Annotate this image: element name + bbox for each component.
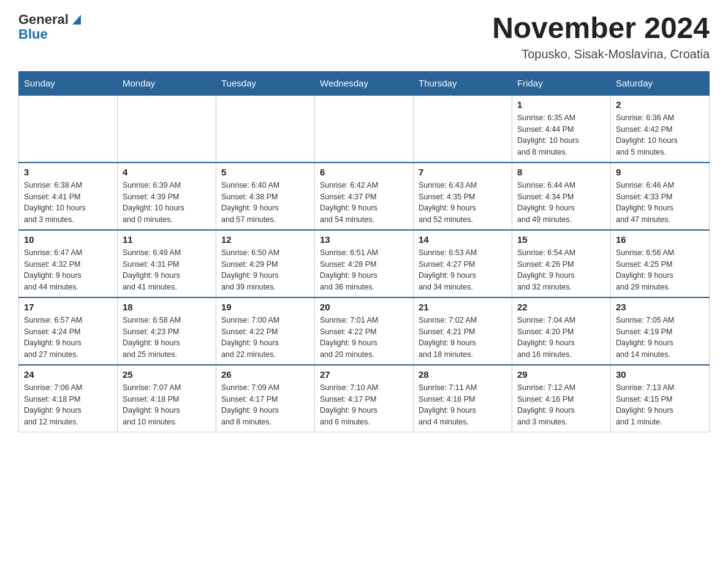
calendar-cell [19,95,118,163]
calendar-cell [216,95,315,163]
day-info: Sunrise: 7:06 AM Sunset: 4:18 PM Dayligh… [24,382,112,428]
day-number: 8 [517,167,605,177]
day-info: Sunrise: 6:35 AM Sunset: 4:44 PM Dayligh… [517,112,605,158]
day-number: 3 [24,167,112,177]
logo-text-blue: Blue [18,27,83,42]
day-number: 6 [320,167,408,177]
day-number: 1 [517,99,605,110]
weekday-header-friday: Friday [512,71,611,95]
day-info: Sunrise: 7:09 AM Sunset: 4:17 PM Dayligh… [221,382,309,428]
day-info: Sunrise: 6:38 AM Sunset: 4:41 PM Dayligh… [24,180,112,226]
week-row-3: 10Sunrise: 6:47 AM Sunset: 4:32 PM Dayli… [19,230,710,297]
day-number: 4 [123,167,211,177]
svg-marker-0 [72,15,81,25]
calendar-cell: 7Sunrise: 6:43 AM Sunset: 4:35 PM Daylig… [414,163,512,230]
calendar-cell [315,95,414,163]
calendar-cell: 30Sunrise: 7:13 AM Sunset: 4:15 PM Dayli… [611,365,710,432]
page-title: November 2024 [492,12,710,45]
weekday-header-thursday: Thursday [414,71,512,95]
day-number: 14 [419,234,507,245]
day-number: 26 [221,369,309,380]
day-number: 10 [24,234,112,245]
calendar-cell: 12Sunrise: 6:50 AM Sunset: 4:29 PM Dayli… [216,230,315,297]
day-number: 27 [320,369,408,380]
day-info: Sunrise: 7:04 AM Sunset: 4:20 PM Dayligh… [517,315,605,361]
day-info: Sunrise: 6:51 AM Sunset: 4:28 PM Dayligh… [320,247,408,293]
calendar-cell: 15Sunrise: 6:54 AM Sunset: 4:26 PM Dayli… [512,230,611,297]
logo: General Blue [18,12,83,42]
title-block: November 2024 Topusko, Sisak-Moslavina, … [492,12,710,61]
day-info: Sunrise: 6:56 AM Sunset: 4:25 PM Dayligh… [616,247,704,293]
day-info: Sunrise: 6:54 AM Sunset: 4:26 PM Dayligh… [517,247,605,293]
day-number: 15 [517,234,605,245]
day-info: Sunrise: 7:13 AM Sunset: 4:15 PM Dayligh… [616,382,704,428]
day-number: 22 [517,302,605,312]
calendar-cell: 6Sunrise: 6:42 AM Sunset: 4:37 PM Daylig… [315,163,414,230]
calendar-cell: 9Sunrise: 6:46 AM Sunset: 4:33 PM Daylig… [611,163,710,230]
day-info: Sunrise: 6:50 AM Sunset: 4:29 PM Dayligh… [221,247,309,293]
day-number: 29 [517,369,605,380]
calendar-cell: 4Sunrise: 6:39 AM Sunset: 4:39 PM Daylig… [118,163,216,230]
day-info: Sunrise: 6:42 AM Sunset: 4:37 PM Dayligh… [320,180,408,226]
day-number: 20 [320,302,408,312]
day-info: Sunrise: 6:58 AM Sunset: 4:23 PM Dayligh… [123,315,211,361]
day-info: Sunrise: 6:40 AM Sunset: 4:38 PM Dayligh… [221,180,309,226]
calendar-cell: 28Sunrise: 7:11 AM Sunset: 4:16 PM Dayli… [414,365,512,432]
weekday-header-wednesday: Wednesday [315,71,414,95]
day-number: 24 [24,369,112,380]
calendar-cell [118,95,216,163]
calendar-cell: 20Sunrise: 7:01 AM Sunset: 4:22 PM Dayli… [315,297,414,365]
calendar-cell: 25Sunrise: 7:07 AM Sunset: 4:18 PM Dayli… [118,365,216,432]
day-number: 11 [123,234,211,245]
page-subtitle: Topusko, Sisak-Moslavina, Croatia [492,47,710,61]
logo-triangle-icon [70,12,83,26]
day-info: Sunrise: 6:53 AM Sunset: 4:27 PM Dayligh… [419,247,507,293]
day-info: Sunrise: 7:12 AM Sunset: 4:16 PM Dayligh… [517,382,605,428]
day-number: 25 [123,369,211,380]
day-number: 17 [24,302,112,312]
day-info: Sunrise: 7:01 AM Sunset: 4:22 PM Dayligh… [320,315,408,361]
calendar-cell: 13Sunrise: 6:51 AM Sunset: 4:28 PM Dayli… [315,230,414,297]
calendar-cell: 8Sunrise: 6:44 AM Sunset: 4:34 PM Daylig… [512,163,611,230]
calendar-cell: 1Sunrise: 6:35 AM Sunset: 4:44 PM Daylig… [512,95,611,163]
week-row-4: 17Sunrise: 6:57 AM Sunset: 4:24 PM Dayli… [19,297,710,365]
week-row-2: 3Sunrise: 6:38 AM Sunset: 4:41 PM Daylig… [19,163,710,230]
day-info: Sunrise: 7:07 AM Sunset: 4:18 PM Dayligh… [123,382,211,428]
calendar-cell: 17Sunrise: 6:57 AM Sunset: 4:24 PM Dayli… [19,297,118,365]
calendar-cell: 2Sunrise: 6:36 AM Sunset: 4:42 PM Daylig… [611,95,710,163]
day-number: 9 [616,167,704,177]
calendar-cell: 21Sunrise: 7:02 AM Sunset: 4:21 PM Dayli… [414,297,512,365]
day-number: 28 [419,369,507,380]
day-number: 13 [320,234,408,245]
calendar-cell: 24Sunrise: 7:06 AM Sunset: 4:18 PM Dayli… [19,365,118,432]
day-info: Sunrise: 7:02 AM Sunset: 4:21 PM Dayligh… [419,315,507,361]
day-info: Sunrise: 6:57 AM Sunset: 4:24 PM Dayligh… [24,315,112,361]
weekday-header-tuesday: Tuesday [216,71,315,95]
calendar-cell: 29Sunrise: 7:12 AM Sunset: 4:16 PM Dayli… [512,365,611,432]
calendar-cell: 16Sunrise: 6:56 AM Sunset: 4:25 PM Dayli… [611,230,710,297]
day-info: Sunrise: 6:49 AM Sunset: 4:31 PM Dayligh… [123,247,211,293]
calendar-cell: 5Sunrise: 6:40 AM Sunset: 4:38 PM Daylig… [216,163,315,230]
day-info: Sunrise: 6:39 AM Sunset: 4:39 PM Dayligh… [123,180,211,226]
calendar-cell: 26Sunrise: 7:09 AM Sunset: 4:17 PM Dayli… [216,365,315,432]
logo-text-general: General [18,12,69,27]
calendar-cell: 10Sunrise: 6:47 AM Sunset: 4:32 PM Dayli… [19,230,118,297]
calendar-table: SundayMondayTuesdayWednesdayThursdayFrid… [18,71,710,432]
day-number: 30 [616,369,704,380]
day-info: Sunrise: 6:46 AM Sunset: 4:33 PM Dayligh… [616,180,704,226]
calendar-cell: 3Sunrise: 6:38 AM Sunset: 4:41 PM Daylig… [19,163,118,230]
day-info: Sunrise: 7:00 AM Sunset: 4:22 PM Dayligh… [221,315,309,361]
day-number: 18 [123,302,211,312]
calendar-cell: 11Sunrise: 6:49 AM Sunset: 4:31 PM Dayli… [118,230,216,297]
calendar-cell: 18Sunrise: 6:58 AM Sunset: 4:23 PM Dayli… [118,297,216,365]
day-info: Sunrise: 6:44 AM Sunset: 4:34 PM Dayligh… [517,180,605,226]
page-header: General Blue November 2024 Topusko, Sisa… [18,12,710,61]
calendar-cell: 19Sunrise: 7:00 AM Sunset: 4:22 PM Dayli… [216,297,315,365]
calendar-cell: 22Sunrise: 7:04 AM Sunset: 4:20 PM Dayli… [512,297,611,365]
day-info: Sunrise: 7:11 AM Sunset: 4:16 PM Dayligh… [419,382,507,428]
weekday-header-saturday: Saturday [611,71,710,95]
day-number: 12 [221,234,309,245]
calendar-cell: 14Sunrise: 6:53 AM Sunset: 4:27 PM Dayli… [414,230,512,297]
weekday-header-sunday: Sunday [19,71,118,95]
day-number: 2 [616,99,704,110]
